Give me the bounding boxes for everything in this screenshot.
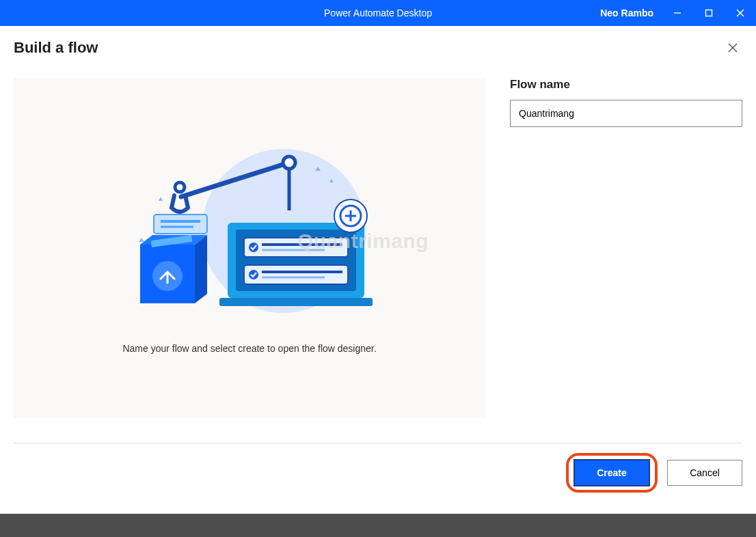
svg-marker-7 [159, 197, 163, 201]
dialog-body: Quantrimang Name your flow and select cr… [0, 78, 756, 418]
svg-rect-16 [154, 215, 207, 234]
bottom-strip [0, 514, 756, 537]
close-icon [736, 9, 744, 17]
create-button-highlight: Create [566, 453, 658, 493]
user-name[interactable]: Neo Rambo [600, 8, 662, 18]
flow-name-input[interactable] [510, 100, 742, 127]
close-icon [728, 43, 738, 53]
svg-point-32 [249, 270, 258, 279]
svg-point-28 [249, 243, 258, 252]
minimize-icon [673, 9, 681, 17]
illustration-caption: Name your flow and select create to open… [122, 343, 376, 354]
svg-marker-21 [195, 235, 207, 303]
illustration-pane: Quantrimang Name your flow and select cr… [14, 78, 485, 418]
svg-rect-31 [244, 265, 348, 284]
titlebar: Power Automate Desktop Neo Rambo [0, 0, 756, 26]
form-pane: Flow name [510, 78, 742, 418]
app-title: Power Automate Desktop [324, 8, 432, 18]
flow-illustration: Quantrimang [113, 142, 386, 320]
flow-name-label: Flow name [510, 78, 742, 92]
maximize-icon [705, 9, 713, 17]
dialog-footer: Create Cancel [0, 443, 756, 506]
svg-point-13 [283, 156, 295, 169]
window-close-button[interactable] [725, 0, 756, 26]
svg-marker-11 [139, 238, 144, 242]
minimize-button[interactable] [662, 0, 693, 26]
dialog-title: Build a flow [14, 39, 98, 57]
dialog-close-button[interactable] [723, 38, 742, 57]
svg-rect-1 [706, 10, 712, 16]
svg-point-15 [175, 182, 185, 192]
svg-rect-27 [244, 238, 348, 257]
create-button[interactable]: Create [574, 460, 649, 486]
svg-rect-26 [219, 298, 373, 306]
cancel-button[interactable]: Cancel [667, 460, 742, 486]
maximize-button[interactable] [693, 0, 725, 26]
